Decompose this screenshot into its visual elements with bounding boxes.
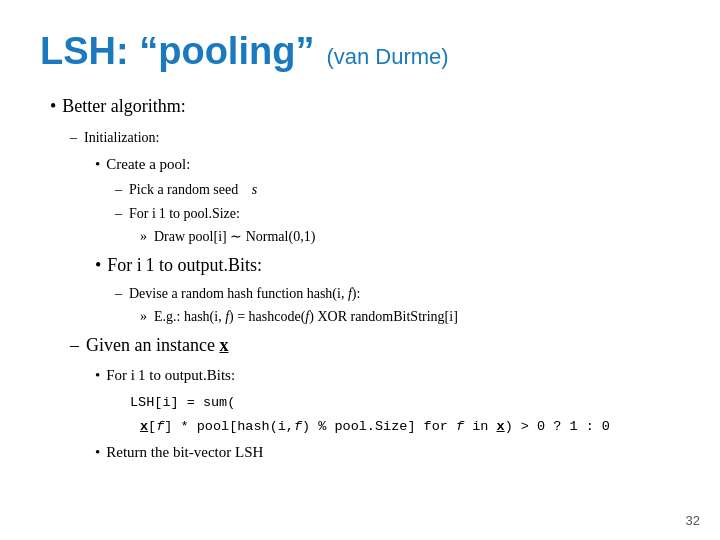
given-instance-label: Given an instance x	[86, 332, 228, 360]
dash-for-pool-size: – For i 1 to pool.Size:	[115, 203, 680, 225]
dash-devise: – Devise a random hash function hash(i, …	[115, 283, 680, 305]
bullet-for-output-bits: • For i 1 to output.Bits:	[95, 252, 680, 280]
instance-var: x	[219, 335, 228, 355]
arrow-eg: » E.g.: hash(i, f) = hashcode(f) XOR ran…	[140, 306, 680, 328]
eg-label: E.g.: hash(i, f) = hashcode(f) XOR rando…	[154, 306, 458, 328]
bullet-for-output-bits-2: • For i 1 to output.Bits:	[95, 364, 680, 387]
lsh-eq-line2: x[f] * pool[hash(i,f) % pool.Size] for f…	[140, 414, 680, 438]
lsh-eq-line1: LSH[i] = sum(	[130, 390, 680, 414]
for-output-bits-2-label: For i 1 to output.Bits:	[106, 364, 235, 387]
better-algorithm-label: Better algorithm:	[62, 93, 185, 121]
dash-initialization: – Initialization:	[70, 127, 680, 149]
page-number: 32	[686, 513, 700, 528]
for-pool-size-label: For i 1 to pool.Size:	[129, 203, 240, 225]
bullet-return: • Return the bit-vector LSH	[95, 441, 680, 464]
pick-seed-label: Pick a random seed	[129, 179, 238, 201]
title-row: LSH: “pooling” (van Durme)	[40, 30, 680, 73]
title-main: LSH: “pooling”	[40, 30, 314, 73]
arrow-draw-pool: » Draw pool[i] ∼ Normal(0,1)	[140, 226, 680, 248]
devise-label: Devise a random hash function hash(i, f)…	[129, 283, 360, 305]
draw-pool-label: Draw pool[i] ∼ Normal(0,1)	[154, 226, 315, 248]
title-sub: (van Durme)	[326, 44, 448, 70]
devise-var: f	[348, 286, 352, 301]
create-pool-label: Create a pool:	[106, 153, 190, 176]
lsh-eq2-label: x[f] * pool[hash(i,f) % pool.Size] for f…	[140, 419, 610, 434]
initialization-label: Initialization:	[84, 127, 159, 149]
slide: LSH: “pooling” (van Durme) • Better algo…	[0, 0, 720, 540]
dash-pick-seed: – Pick a random seed s	[115, 179, 680, 201]
bullet-create-pool: • Create a pool:	[95, 153, 680, 176]
lsh-eq-label: LSH[i] = sum(	[130, 395, 235, 410]
bullet-better-algorithm: • Better algorithm:	[50, 93, 680, 121]
content-area: • Better algorithm: – Initialization: • …	[40, 93, 680, 520]
for-output-bits-label: For i 1 to output.Bits:	[107, 252, 262, 280]
seed-var: s	[252, 179, 257, 201]
dash-given-instance: – Given an instance x	[70, 332, 680, 360]
return-label: Return the bit-vector LSH	[106, 441, 263, 464]
